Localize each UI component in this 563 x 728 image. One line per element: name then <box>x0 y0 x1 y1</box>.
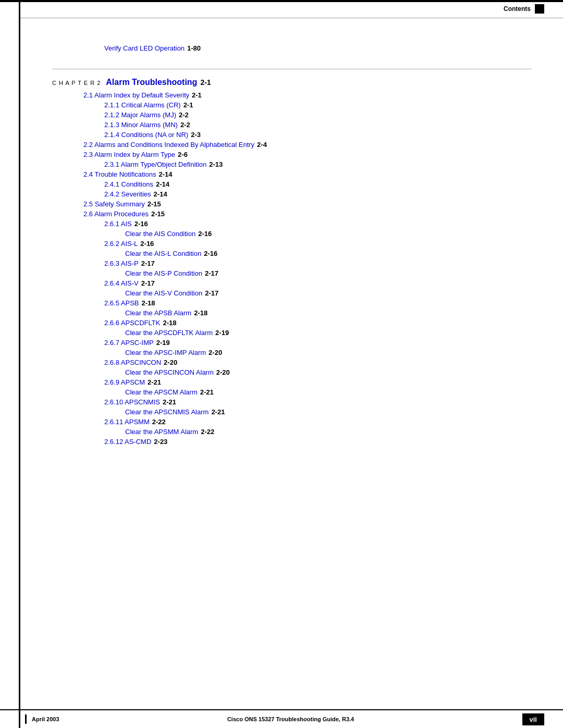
toc-entry-link-e29[interactable]: Clear the APSCINCON Alarm <box>125 368 214 376</box>
toc-entry-page-e34: 2-22 <box>152 418 166 426</box>
toc-entry-page-e28: 2-20 <box>164 359 177 366</box>
toc-entry-link-e36[interactable]: 2.6.12 AS-CMD <box>104 438 151 446</box>
toc-entry-page-e33: 2-21 <box>211 408 225 416</box>
toc-entry-link-e14[interactable]: 2.6.1 AIS <box>104 220 132 228</box>
toc-entry-page-e24: 2-18 <box>163 319 176 327</box>
toc-entry-link-e17[interactable]: Clear the AIS-L Condition <box>125 250 201 257</box>
toc-entry-link-e23[interactable]: Clear the APSB Alarm <box>125 309 191 317</box>
toc-entry-link-e34[interactable]: 2.6.11 APSMM <box>104 418 150 426</box>
toc-row: 2.6.3 AIS-P2-17 <box>104 260 532 267</box>
toc-row: Clear the APSMM Alarm2-22 <box>125 428 532 436</box>
toc-row: 2.3.1 Alarm Type/Object Definition2-13 <box>104 161 532 168</box>
toc-entry-link-e6[interactable]: 2.2 Alarms and Conditions Indexed By Alp… <box>83 141 254 149</box>
toc-entry-page-e2: 2-1 <box>183 101 193 109</box>
toc-row: Clear the APSB Alarm2-18 <box>125 309 532 317</box>
toc-entry-page-e1: 2-1 <box>192 91 202 99</box>
toc-entry-link-e5[interactable]: 2.1.4 Conditions (NA or NR) <box>104 131 188 139</box>
toc-row: 2.6.7 APSC-IMP2-19 <box>104 339 532 347</box>
toc-row: Clear the APSCNMIS Alarm2-21 <box>125 408 532 416</box>
toc-row: 2.6.1 AIS2-16 <box>104 220 532 228</box>
toc-entry-link-e11[interactable]: 2.4.2 Severities <box>104 190 151 198</box>
toc-entry-page-e35: 2-22 <box>201 428 214 436</box>
toc-entry-page-e27: 2-20 <box>209 349 222 356</box>
toc-row: Clear the APSC-IMP Alarm2-20 <box>125 349 532 356</box>
footer-guide-title: Cisco ONS 15327 Troubleshooting Guide, R… <box>227 716 354 722</box>
toc-row: 2.6.5 APSB2-18 <box>104 299 532 307</box>
toc-entry-link-e28[interactable]: 2.6.8 APSCINCON <box>104 359 161 366</box>
toc-entry-page-e9: 2-14 <box>158 170 172 178</box>
toc-entry-link-e35[interactable]: Clear the APSMM Alarm <box>125 428 198 436</box>
toc-entry-page-e3: 2-2 <box>179 111 189 119</box>
toc-entry-link-e26[interactable]: 2.6.7 APSC-IMP <box>104 339 154 347</box>
toc-entry-page-e5: 2-3 <box>191 131 201 139</box>
toc-row: 2.6 Alarm Procedures2-15 <box>83 210 532 218</box>
toc-entry-link-e1[interactable]: 2.1 Alarm Index by Default Severity <box>83 91 189 99</box>
toc-entry-page-e32: 2-21 <box>163 398 176 406</box>
toc-row: Clear the AIS-V Condition2-17 <box>125 289 532 297</box>
toc-entry-link-e27[interactable]: Clear the APSC-IMP Alarm <box>125 349 206 356</box>
toc-row: 2.4.2 Severities2-14 <box>104 190 532 198</box>
toc-prev-page: 1-80 <box>187 44 201 52</box>
toc-entry-link-e20[interactable]: 2.6.4 AIS-V <box>104 279 139 287</box>
toc-row: 2.1.2 Major Alarms (MJ)2-2 <box>104 111 532 119</box>
toc-entry-page-e31: 2-21 <box>200 388 214 396</box>
toc-entry-link-e18[interactable]: 2.6.3 AIS-P <box>104 260 139 267</box>
toc-entry-page-e19: 2-17 <box>205 269 218 277</box>
toc-entry-link-e8[interactable]: 2.3.1 Alarm Type/Object Definition <box>104 161 206 168</box>
toc-row: 2.6.10 APSCNMIS2-21 <box>104 398 532 406</box>
toc-entry-page-e4: 2-2 <box>180 121 190 129</box>
left-bar <box>19 0 20 728</box>
toc-entry-link-e9[interactable]: 2.4 Trouble Notifications <box>83 170 156 178</box>
footer-right: vii <box>522 713 544 725</box>
toc-entry-page-e8: 2-13 <box>209 161 223 168</box>
footer-date: April 2003 <box>32 716 59 722</box>
spacer1 <box>52 54 532 61</box>
toc-row: Clear the APSCINCON Alarm2-20 <box>125 368 532 376</box>
toc-entry-link-e19[interactable]: Clear the AIS-P Condition <box>125 269 202 277</box>
toc-entry-page-e29: 2-20 <box>216 368 230 376</box>
toc-entry-link-e3[interactable]: 2.1.2 Major Alarms (MJ) <box>104 111 176 119</box>
footer-bar-icon <box>25 714 27 724</box>
toc-entry-page-e21: 2-17 <box>205 289 218 297</box>
toc-row: 2.4.1 Conditions2-14 <box>104 180 532 188</box>
contents-block-icon <box>535 4 544 14</box>
toc-entry-page-e6: 2-4 <box>257 141 267 149</box>
toc-entry-link-e13[interactable]: 2.6 Alarm Procedures <box>83 210 149 218</box>
toc-entry-link-e2[interactable]: 2.1.1 Critical Alarms (CR) <box>104 101 181 109</box>
toc-entry-page-e23: 2-18 <box>194 309 207 317</box>
toc-entry-link-e15[interactable]: Clear the AIS Condition <box>125 230 195 238</box>
toc-entry-link-e16[interactable]: 2.6.2 AIS-L <box>104 240 138 248</box>
toc-entry-page-e36: 2-23 <box>154 438 167 446</box>
toc-row: Clear the AIS Condition2-16 <box>125 230 532 238</box>
toc-entry-link-e7[interactable]: 2.3 Alarm Index by Alarm Type <box>83 151 175 158</box>
toc-entry-link-e32[interactable]: 2.6.10 APSCNMIS <box>104 398 160 406</box>
toc-entry-page-e17: 2-16 <box>204 250 217 257</box>
toc-entry-link-e31[interactable]: Clear the APSCM Alarm <box>125 388 198 396</box>
toc-entry-link-e22[interactable]: 2.6.5 APSB <box>104 299 139 307</box>
header-area: Contents <box>19 0 563 18</box>
toc-entry-page-e16: 2-16 <box>140 240 154 248</box>
footer: April 2003 Cisco ONS 15327 Troubleshooti… <box>0 709 563 728</box>
footer-page-number: vii <box>522 713 544 725</box>
toc-entry-page-e7: 2-6 <box>178 151 188 158</box>
toc-prev-entry: Verify Card LED Operation 1-80 <box>104 44 532 52</box>
toc-row: 2.6.8 APSCINCON2-20 <box>104 359 532 366</box>
toc-entry-link-e10[interactable]: 2.4.1 Conditions <box>104 180 153 188</box>
chapter2-row: C H A P T E R 2 Alarm Troubleshooting 2-… <box>52 78 532 87</box>
toc-prev-link[interactable]: Verify Card LED Operation <box>104 44 185 52</box>
toc-entry-link-e12[interactable]: 2.5 Safety Summary <box>83 200 145 208</box>
toc-entry-page-e18: 2-17 <box>141 260 155 267</box>
toc-entry-link-e24[interactable]: 2.6.6 APSCDFLTK <box>104 319 160 327</box>
toc-row: 2.6.9 APSCM2-21 <box>104 378 532 386</box>
toc-row: 2.1.1 Critical Alarms (CR)2-1 <box>104 101 532 109</box>
top-bar <box>0 0 563 2</box>
toc-entry-page-e20: 2-17 <box>141 279 155 287</box>
toc-row: 2.1 Alarm Index by Default Severity2-1 <box>83 91 532 99</box>
toc-entry-link-e4[interactable]: 2.1.3 Minor Alarms (MN) <box>104 121 178 129</box>
toc-entry-link-e30[interactable]: 2.6.9 APSCM <box>104 378 145 386</box>
toc-entry-link-e25[interactable]: Clear the APSCDFLTK Alarm <box>125 329 213 337</box>
toc-entry-link-e33[interactable]: Clear the APSCNMIS Alarm <box>125 408 209 416</box>
chapter2-title[interactable]: Alarm Troubleshooting <box>106 78 197 87</box>
toc-entry-link-e21[interactable]: Clear the AIS-V Condition <box>125 289 202 297</box>
content-area: Verify Card LED Operation 1-80 C H A P T… <box>52 18 532 489</box>
